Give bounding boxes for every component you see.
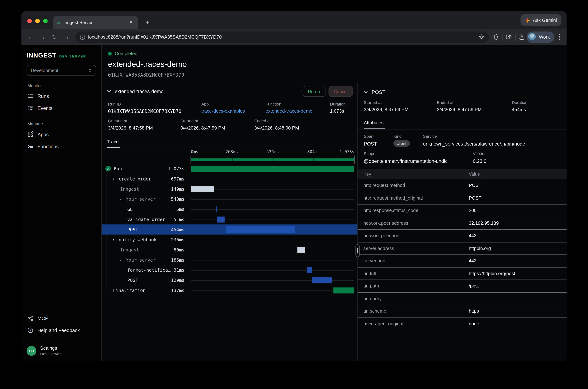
- span-bar[interactable]: [333, 287, 354, 293]
- trace-row-finalization[interactable]: Finalization137ms: [102, 285, 357, 295]
- trace-row-your-server[interactable]: ▾Your server548ms: [102, 194, 357, 204]
- span-duration: 236ms: [171, 237, 184, 242]
- environment-select[interactable]: Development: [27, 65, 96, 76]
- functions-icon: [28, 143, 33, 149]
- row-caret-icon[interactable]: ▾: [112, 238, 119, 242]
- sidebar-item-functions[interactable]: Functions: [22, 140, 101, 152]
- site-info-icon[interactable]: [80, 34, 85, 40]
- ask-gemini-button[interactable]: Ask Gemini: [521, 14, 561, 26]
- attribute-value: https://httpbin.org/post: [469, 271, 566, 276]
- function-link[interactable]: extended-traces-demo: [265, 108, 330, 114]
- sidebar-item-help-and-feedback[interactable]: ?Help and Feedback: [22, 324, 101, 336]
- span-bar[interactable]: [191, 186, 214, 192]
- sidebar-item-mcp[interactable]: MCP: [22, 312, 101, 324]
- profile-button[interactable]: Work: [527, 31, 554, 43]
- trace-row-create-order[interactable]: ▾create-order697ms: [102, 174, 357, 184]
- span-bar[interactable]: [226, 226, 295, 233]
- attr-scope: Scope @opentelemetry/instrumentation-und…: [364, 151, 473, 164]
- cancel-button[interactable]: Cancel: [328, 86, 353, 97]
- trace-row-inngest[interactable]: Inngest50ms: [102, 245, 357, 255]
- rerun-button[interactable]: Rerun: [302, 86, 325, 97]
- pane-resize-handle[interactable]: [355, 244, 360, 257]
- span-bar[interactable]: [307, 267, 312, 273]
- sidebar-item-runs[interactable]: Runs: [22, 90, 101, 102]
- trace-collapse-title[interactable]: extended-traces-demo: [115, 89, 302, 94]
- forward-icon[interactable]: →: [37, 32, 48, 42]
- apps-icon: [28, 131, 33, 137]
- span-timeline-track: [191, 285, 354, 295]
- tab-search-icon[interactable]: [505, 34, 512, 40]
- row-caret-icon[interactable]: ▾: [119, 197, 126, 201]
- trace-row-post[interactable]: POST454ms: [102, 224, 357, 234]
- tab-trace[interactable]: Trace: [107, 139, 119, 148]
- span-bar[interactable]: [191, 165, 354, 172]
- url-bar[interactable]: localhost:8288/run?runID=01KJXTWA35SA8D2…: [75, 31, 489, 43]
- sidebar-section-label: Monitor: [22, 76, 101, 90]
- trace-row-label: Inngest149ms: [102, 186, 191, 192]
- reload-icon[interactable]: ↻: [49, 32, 60, 42]
- back-icon[interactable]: ←: [25, 32, 36, 42]
- extensions-icon[interactable]: [493, 34, 499, 40]
- sidebar-item-apps[interactable]: Apps: [22, 128, 101, 140]
- span-timeline-track: [191, 245, 354, 255]
- mcp-icon: [28, 315, 33, 321]
- trace-row-inngest[interactable]: Inngest149ms: [102, 184, 357, 194]
- url-text: localhost:8288/run?runID=01KJXTWA35SA8D2…: [88, 34, 476, 40]
- trace-row-run[interactable]: ✓Run1.073s: [102, 163, 357, 174]
- new-tab-button[interactable]: +: [143, 19, 152, 26]
- bookmark-star-icon[interactable]: [478, 34, 485, 40]
- span-collapse-chevron-icon[interactable]: [364, 90, 368, 94]
- browser-tab[interactable]: ∞ Inngest Server ✕: [53, 16, 138, 29]
- trace-row-your-server[interactable]: ▾Your server186ms: [102, 255, 357, 265]
- runs-icon: [28, 93, 33, 99]
- trace-row-post[interactable]: POST129ms: [102, 275, 357, 285]
- close-window-button[interactable]: [28, 19, 32, 23]
- meta-ended-at: Ended at 3/4/2026, 8:48:00 PM: [254, 119, 354, 131]
- span-timeline-track: [191, 214, 354, 225]
- browser-window: ∞ Inngest Server ✕ + Ask Gemini ← → ↻: [22, 11, 567, 361]
- row-caret-icon[interactable]: ▾: [112, 177, 119, 181]
- span-name: Your server: [126, 196, 156, 202]
- span-details-pane: POST Started at 3/4/2026, 8:47:59 PM End…: [357, 83, 567, 361]
- trace-row-validate-order[interactable]: validate-order51ms: [102, 214, 357, 225]
- dev-server-code-icon: </>: [27, 346, 36, 356]
- attribute-value: https: [469, 309, 566, 314]
- tab-attributes[interactable]: Attributes: [364, 120, 384, 129]
- run-header: Completed extended-traces-demo 01KJXTWA3…: [102, 45, 567, 83]
- trace-row-notify-webhook[interactable]: ▾notify-webhook236ms: [102, 234, 357, 245]
- collapse-chevron-icon[interactable]: [107, 89, 111, 94]
- minimize-window-button[interactable]: [35, 19, 40, 23]
- timeline-minimap[interactable]: [191, 156, 354, 163]
- sidebar-item-label: MCP: [37, 316, 48, 321]
- trace-row-format-notifica-[interactable]: format-notifica…31ms: [102, 265, 357, 275]
- fullscreen-window-button[interactable]: [43, 19, 48, 23]
- meta-queued-at: Queued at 3/4/2026, 8:47:58 PM: [108, 119, 180, 131]
- span-duration: 454ms: [171, 227, 184, 232]
- attribute-value: --: [469, 296, 566, 301]
- sidebar-item-events[interactable]: Events: [22, 102, 101, 114]
- sidebar-item-settings[interactable]: </> Settings Dev Server: [22, 340, 101, 361]
- span-bar[interactable]: [217, 216, 225, 222]
- attribute-key: http.request.method: [363, 183, 469, 188]
- downloads-icon[interactable]: [519, 34, 525, 40]
- span-name: Run: [114, 166, 122, 171]
- attribute-value: node: [469, 321, 566, 326]
- table-row: http.response.status_code200: [358, 204, 567, 217]
- home-icon[interactable]: ⌂: [61, 32, 72, 42]
- span-ended-at: Ended at 3/4/2026, 8:47:59 PM: [437, 100, 512, 112]
- span-duration: 31ms: [174, 267, 184, 273]
- app-link[interactable]: trace-docs-examples: [202, 108, 266, 114]
- tab-close-icon[interactable]: ✕: [128, 19, 134, 26]
- span-bar[interactable]: [217, 206, 217, 212]
- span-bar[interactable]: [297, 247, 305, 253]
- span-bar[interactable]: [313, 277, 332, 283]
- attribute-key: server.address: [363, 246, 469, 251]
- status-dot-icon: [108, 52, 112, 56]
- browser-titlebar: ∞ Inngest Server ✕ + Ask Gemini: [22, 11, 567, 29]
- attribute-value: 443: [469, 258, 566, 264]
- screen: ∞ Inngest Server ✕ + Ask Gemini ← → ↻: [0, 0, 588, 389]
- browser-menu-icon[interactable]: [556, 34, 563, 40]
- trace-row-label: format-notifica…31ms: [102, 267, 191, 273]
- trace-row-get[interactable]: GET5ms: [102, 204, 357, 214]
- row-caret-icon[interactable]: ▾: [119, 258, 126, 262]
